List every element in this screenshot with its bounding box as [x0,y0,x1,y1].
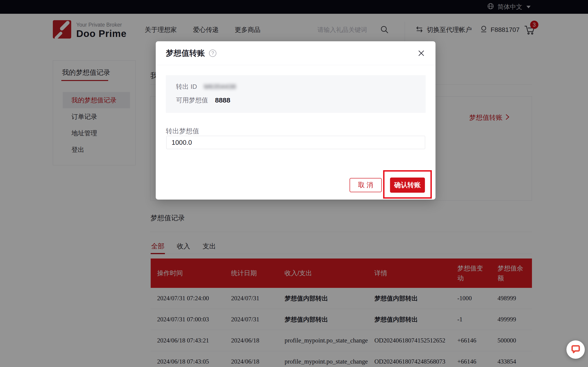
available-dream-value: 8888 [215,97,230,104]
transfer-amount-input[interactable] [166,136,425,149]
transfer-id-value: M6354438 [204,83,236,90]
page: 简体中文 Your Private Broker Doo Prime 关于理想家… [0,0,588,367]
dream-value-transfer-modal: 梦想值转账 ? 转出 ID M6354438 可用梦想值 8888 转出梦想值 … [156,41,435,200]
modal-header: 梦想值转账 ? [156,41,435,65]
available-dream-value-label: 可用梦想值 [176,97,208,103]
chat-bubble-icon [571,344,581,355]
livechat-button[interactable] [566,340,585,359]
transfer-id-label: 转出 ID [176,83,197,90]
confirm-transfer-button[interactable]: 确认转账 [390,177,425,193]
help-icon[interactable]: ? [209,50,216,57]
close-icon[interactable] [416,48,426,58]
cancel-button[interactable]: 取 消 [350,178,382,192]
transfer-info-panel: 转出 ID M6354438 可用梦想值 8888 [166,75,426,113]
modal-footer: 取 消 确认转账 [350,177,425,193]
modal-title: 梦想值转账 [166,48,205,58]
transfer-amount-label: 转出梦想值 [166,127,199,136]
